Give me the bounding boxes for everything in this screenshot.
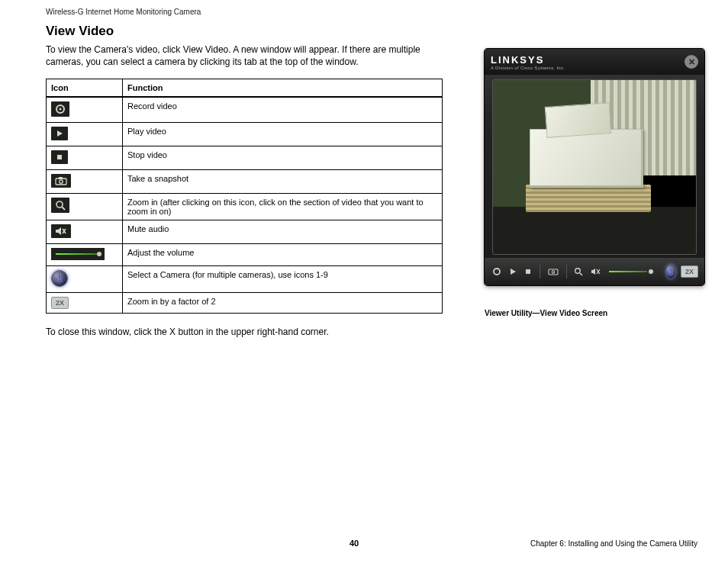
- svg-point-17: [575, 269, 581, 274]
- svg-point-16: [552, 271, 554, 273]
- table-row: Take a snapshot: [47, 170, 443, 194]
- svg-point-7: [56, 201, 63, 208]
- row-func: Take a snapshot: [123, 170, 443, 194]
- row-func: Play video: [123, 123, 443, 146]
- table-row: Mute audio: [47, 220, 443, 244]
- svg-rect-5: [59, 177, 63, 179]
- icon-function-table: Icon Function Record video Play video: [46, 79, 443, 314]
- volume-slider-icon: [51, 248, 105, 260]
- zoom-icon: [51, 198, 69, 213]
- svg-marker-9: [56, 227, 61, 235]
- svg-line-8: [62, 207, 65, 210]
- svg-marker-13: [511, 269, 516, 275]
- zoom-button[interactable]: [572, 265, 585, 278]
- intro-text: To view the Camera's video, click View V…: [46, 43, 450, 68]
- mute-button[interactable]: [589, 266, 603, 277]
- play-button[interactable]: [507, 266, 518, 277]
- table-row: 2X Zoom in by a factor of 2: [47, 293, 443, 314]
- row-func: Mute audio: [123, 220, 443, 244]
- svg-line-18: [580, 273, 582, 275]
- svg-rect-15: [549, 269, 558, 275]
- linksys-logo: LINKSYS A Division of Cisco Systems, Inc…: [491, 54, 565, 70]
- svg-rect-3: [57, 155, 62, 159]
- table-row: Zoom in (after clicking on this icon, cl…: [47, 194, 443, 220]
- zoom-2x-button[interactable]: 2X: [681, 265, 698, 278]
- section-title: View Video: [46, 24, 682, 39]
- trailer-text: To close this window, click the X button…: [46, 326, 450, 338]
- svg-marker-2: [57, 130, 63, 137]
- svg-rect-14: [526, 269, 530, 274]
- product-header: Wireless-G Internet Home Monitoring Came…: [46, 8, 682, 16]
- volume-slider[interactable]: [607, 265, 656, 278]
- figure-caption: Viewer Utility—View Video Screen: [485, 309, 607, 317]
- camera-number-icon: [51, 270, 68, 287]
- snapshot-button[interactable]: [546, 266, 560, 277]
- mute-icon: [51, 224, 71, 238]
- camera-select-button[interactable]: [665, 264, 676, 279]
- zoom-2x-icon: 2X: [51, 297, 69, 309]
- row-func: Stop video: [123, 146, 443, 170]
- svg-point-12: [494, 269, 500, 275]
- play-icon: [51, 127, 68, 140]
- page-number: 40: [350, 539, 359, 548]
- record-button[interactable]: [491, 265, 503, 278]
- row-func: Zoom in by a factor of 2: [123, 293, 443, 314]
- close-icon[interactable]: ✕: [685, 55, 698, 69]
- stop-button[interactable]: [523, 266, 533, 277]
- video-feed: [492, 79, 697, 255]
- chapter-label: Chapter 6: Installing and Using the Came…: [530, 539, 697, 548]
- row-func: Adjust the volume: [123, 244, 443, 266]
- record-icon: [51, 101, 69, 117]
- svg-marker-19: [591, 269, 595, 275]
- svg-point-1: [60, 108, 62, 111]
- stop-icon: [51, 150, 68, 164]
- col-header-icon: Icon: [47, 79, 123, 98]
- table-row: Play video: [47, 123, 443, 146]
- row-func: Record video: [123, 97, 443, 123]
- col-header-function: Function: [123, 79, 443, 98]
- row-func: Select a Camera (for multiple cameras), …: [123, 266, 443, 293]
- table-row: Stop video: [47, 146, 443, 170]
- table-row: Record video: [47, 97, 443, 123]
- viewer-controls: 2X: [485, 258, 704, 285]
- video-viewer-window: LINKSYS A Division of Cisco Systems, Inc…: [485, 49, 704, 285]
- svg-point-6: [60, 180, 63, 183]
- table-row: Select a Camera (for multiple cameras), …: [47, 266, 443, 293]
- table-row: Adjust the volume: [47, 244, 443, 266]
- row-func: Zoom in (after clicking on this icon, cl…: [123, 194, 443, 220]
- snapshot-icon: [51, 174, 71, 188]
